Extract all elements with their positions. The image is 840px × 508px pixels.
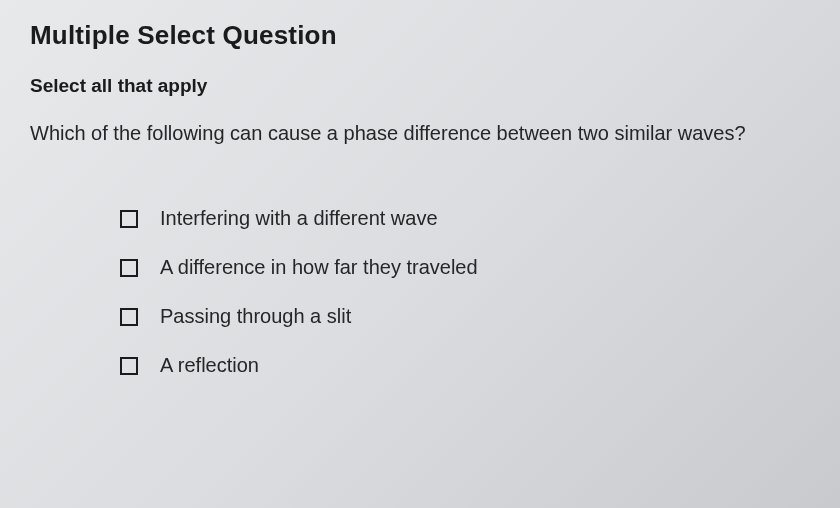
option-row[interactable]: A difference in how far they traveled — [120, 256, 810, 279]
question-type-heading: Multiple Select Question — [30, 20, 810, 51]
checkbox-icon[interactable] — [120, 357, 138, 375]
option-label: Passing through a slit — [160, 305, 351, 328]
checkbox-icon[interactable] — [120, 259, 138, 277]
question-instruction: Select all that apply — [30, 75, 810, 97]
option-row[interactable]: Passing through a slit — [120, 305, 810, 328]
checkbox-icon[interactable] — [120, 308, 138, 326]
option-row[interactable]: Interfering with a different wave — [120, 207, 810, 230]
option-label: A difference in how far they traveled — [160, 256, 478, 279]
question-prompt: Which of the following can cause a phase… — [30, 119, 810, 147]
option-label: A reflection — [160, 354, 259, 377]
question-card: Multiple Select Question Select all that… — [30, 20, 810, 377]
checkbox-icon[interactable] — [120, 210, 138, 228]
option-label: Interfering with a different wave — [160, 207, 438, 230]
option-row[interactable]: A reflection — [120, 354, 810, 377]
options-list: Interfering with a different wave A diff… — [30, 207, 810, 377]
